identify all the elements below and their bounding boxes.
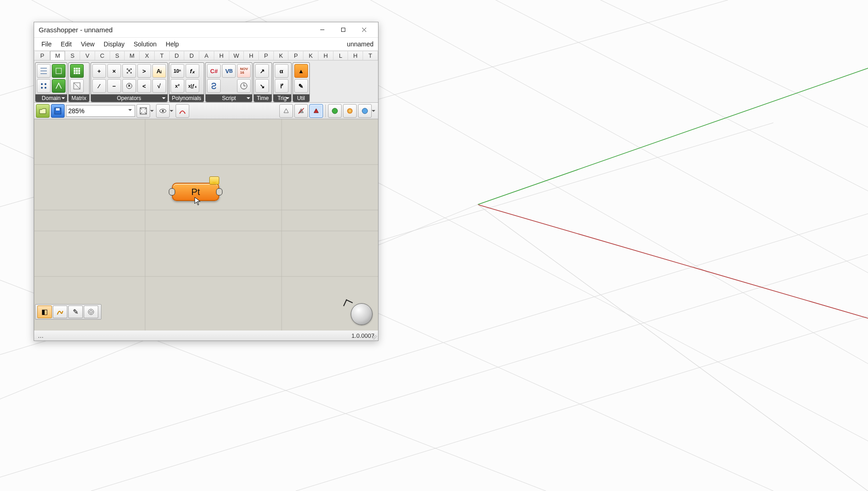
menu-help[interactable]: Help: [161, 39, 183, 50]
tab-5[interactable]: S: [110, 51, 125, 60]
open-button[interactable]: [36, 104, 50, 118]
tab-6[interactable]: M: [125, 51, 140, 60]
tab-19[interactable]: H: [318, 51, 333, 60]
vb-tool-icon[interactable]: VB: [222, 64, 236, 78]
tab-11[interactable]: A: [199, 51, 214, 60]
tab-15[interactable]: P: [259, 51, 274, 60]
svg-point-44: [130, 72, 131, 74]
power10-tool-icon[interactable]: 10ⁿ: [171, 64, 184, 78]
document-preview-button[interactable]: [343, 104, 357, 118]
close-button[interactable]: [353, 23, 374, 37]
menu-view[interactable]: View: [76, 39, 99, 50]
svg-rect-25: [56, 68, 61, 74]
tab-14[interactable]: H: [244, 51, 259, 60]
fx-tool-icon[interactable]: fₓ: [186, 64, 199, 78]
menu-display[interactable]: Display: [99, 39, 129, 50]
only-selected-button[interactable]: [328, 104, 342, 118]
ribbon-label-time[interactable]: Time: [254, 94, 271, 102]
python-tool-icon[interactable]: [207, 79, 221, 93]
equals-tool-icon[interactable]: √: [152, 79, 166, 93]
save-button[interactable]: [51, 104, 65, 118]
menu-edit[interactable]: Edit: [56, 39, 76, 50]
input-grip[interactable]: [169, 188, 175, 195]
tab-1[interactable]: M: [50, 51, 66, 60]
greater-than-tool-icon[interactable]: >: [137, 64, 151, 78]
sketch-button[interactable]: [176, 104, 189, 118]
tab-0[interactable]: P: [35, 51, 50, 60]
matrix-transpose-icon[interactable]: [70, 79, 84, 93]
remap-tool-icon[interactable]: [52, 79, 66, 93]
sin-tool-icon[interactable]: α: [275, 64, 288, 78]
wireframe-preview-button[interactable]: [279, 104, 293, 118]
subtract-tool-icon[interactable]: −: [107, 79, 121, 93]
ribbon-label-operators[interactable]: Operators: [91, 94, 167, 102]
tab-16[interactable]: K: [274, 51, 289, 60]
menubar: File Edit View Display Solution Help unn…: [34, 38, 378, 50]
preview-mesh-button[interactable]: [358, 104, 372, 118]
ribbon-label-matrix[interactable]: Matrix: [69, 94, 89, 102]
zoom-extents-button[interactable]: [136, 104, 150, 118]
tab-7[interactable]: X: [140, 51, 155, 60]
tab-18[interactable]: K: [303, 51, 318, 60]
menu-file[interactable]: File: [37, 39, 56, 50]
tab-20[interactable]: L: [333, 51, 348, 60]
no-preview-button[interactable]: [294, 104, 308, 118]
ribbon-label-script[interactable]: Script: [206, 94, 252, 102]
clock-tool-icon[interactable]: [237, 79, 251, 93]
add-tool-icon[interactable]: +: [92, 64, 106, 78]
ribbon-group-operators: + × + > Aᵢ ⁄ − × < √ Operators: [91, 62, 168, 102]
tab-3[interactable]: V: [80, 51, 95, 60]
power2-tool-icon[interactable]: x²: [171, 79, 184, 93]
tab-22[interactable]: T: [363, 51, 378, 60]
util-tool-icon-2[interactable]: ✎: [294, 79, 308, 93]
division-tool-icon[interactable]: ⁄: [92, 79, 106, 93]
util-tool-icon-1[interactable]: ▲: [294, 64, 308, 78]
output-grip[interactable]: [216, 188, 222, 195]
time-tool-icon-2[interactable]: ↘: [255, 79, 269, 93]
shaded-preview-button[interactable]: [309, 104, 323, 118]
calendar-tool-icon[interactable]: NOV16: [237, 64, 251, 78]
less-than-tool-icon[interactable]: <: [137, 79, 151, 93]
widget-profiler-icon[interactable]: ◧: [37, 306, 52, 318]
tab-21[interactable]: H: [348, 51, 363, 60]
time-tool-icon-1[interactable]: ↗: [255, 64, 269, 78]
canvas[interactable]: Pt ◧ ✎: [34, 119, 378, 331]
standard-toolbar: 285%: [34, 103, 378, 119]
bounds-tool-icon[interactable]: [52, 64, 66, 78]
tab-2[interactable]: S: [65, 51, 80, 60]
widget-markov-icon[interactable]: ✎: [68, 306, 83, 318]
zoom-combo[interactable]: 285%: [66, 105, 135, 117]
ribbon-label-util[interactable]: Util: [293, 94, 309, 102]
ribbon-label-domain[interactable]: Domain: [35, 94, 67, 102]
tab-10[interactable]: D: [184, 51, 199, 60]
multiply-tool-icon[interactable]: ×: [107, 64, 121, 78]
widget-mesh-icon[interactable]: [53, 306, 67, 318]
ribbon-label-polynomials[interactable]: Polynomials: [169, 94, 204, 102]
tab-9[interactable]: D: [170, 51, 185, 60]
point-component[interactable]: Pt: [172, 183, 219, 201]
ribbon-label-trig[interactable]: Trig: [273, 94, 291, 102]
mass-add-tool-icon[interactable]: +: [122, 64, 136, 78]
svg-rect-36: [74, 72, 76, 74]
tab-17[interactable]: P: [288, 51, 303, 60]
tab-4[interactable]: C: [95, 51, 110, 60]
maximize-button[interactable]: [333, 23, 353, 37]
consecutive-tool-icon[interactable]: [37, 79, 50, 93]
navigation-compass[interactable]: [351, 303, 373, 325]
xfx-tool-icon[interactable]: x|ƒₓ: [186, 79, 199, 93]
menu-solution[interactable]: Solution: [129, 39, 161, 50]
status-version: 1.0.0007: [351, 332, 374, 339]
tab-13[interactable]: W: [229, 51, 244, 60]
expression-tool-icon[interactable]: Aᵢ: [152, 64, 166, 78]
domain-tool-icon[interactable]: [37, 64, 50, 78]
mass-mul-tool-icon[interactable]: ×: [122, 79, 136, 93]
csharp-tool-icon[interactable]: C#: [207, 64, 221, 78]
widget-align-icon[interactable]: [84, 306, 98, 318]
minimize-button[interactable]: [312, 23, 333, 37]
matrix-tool-icon[interactable]: [70, 64, 84, 78]
preview-toggle-button[interactable]: [156, 104, 170, 118]
warning-balloon-icon[interactable]: [209, 176, 219, 185]
tab-8[interactable]: T: [155, 51, 170, 60]
tab-12[interactable]: H: [214, 51, 229, 60]
cos-tool-icon[interactable]: r⃗: [275, 79, 288, 93]
